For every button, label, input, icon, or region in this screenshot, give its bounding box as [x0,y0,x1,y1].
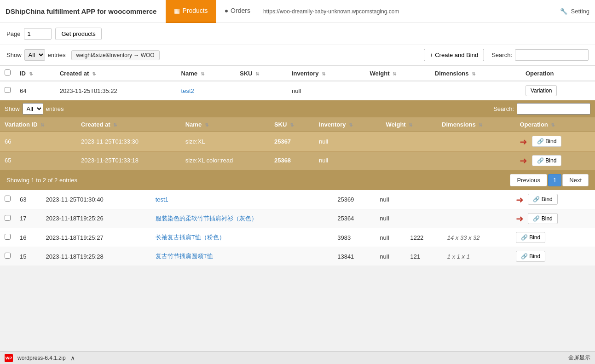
var-cell-operation: ➜ 🔗 Bind [515,151,595,170]
var-entries-label: entries [46,105,64,112]
row-checkbox[interactable] [5,234,11,240]
bind-button[interactable]: 🔗 Bind [516,251,545,262]
cell-inventory: null [375,228,405,247]
bind-button[interactable]: 🔗 Bind [516,232,545,243]
products-icon: ▦ [174,7,180,14]
cell-name: 长袖复古插肩T恤（粉色） [151,228,333,247]
get-products-button[interactable]: Get products [55,28,101,40]
product-link[interactable]: 复古竹节插肩圆领T恤 [156,253,213,260]
tab-orders[interactable]: ● Orders [216,0,259,23]
search-label: Search: [491,52,512,58]
cell-inventory: null [375,247,405,266]
var-cell-inventory: null [314,132,381,151]
bind-button[interactable]: 🔗 Bind [528,194,557,205]
var-col-inventory[interactable]: Inventory ⇅ [314,117,381,132]
var-cell-id: 66 [0,132,76,151]
col-operation: Operation [521,66,595,81]
search-input[interactable] [515,49,589,61]
sort-icon-created-at: ⇅ [92,71,96,76]
page-num-button[interactable]: 1 [548,174,561,186]
select-all-checkbox[interactable] [5,69,11,75]
row-checkbox-cell [0,209,15,228]
variation-table: Variation ID ⇅ Created at ⇅ Name ⇅ SKU ⇅… [0,117,595,170]
var-search-input[interactable] [517,103,590,115]
col-name[interactable]: Name ⇅ [177,66,235,81]
show-select[interactable]: All [24,49,45,61]
bind-button[interactable]: 🔗 Bind [532,155,561,166]
var-show-select[interactable]: All [23,103,43,115]
cell-operation: 🔗 Bind [511,247,595,266]
page-controls: Page Get products [0,23,595,45]
col-dimensions[interactable]: Dimensions ⇅ [430,66,521,81]
var-cell-name: size:XL color:read [181,151,270,170]
var-cell-dimensions [437,132,515,151]
sort-icon-name: ⇅ [201,71,204,76]
bind-button[interactable]: 🔗 Bind [532,136,561,147]
var-col-weight[interactable]: Weight ⇅ [381,117,437,132]
var-col-dimensions[interactable]: Dimensions ⇅ [437,117,515,132]
row-checkbox[interactable] [5,253,11,259]
cell-sku: 25364 [333,209,375,228]
var-col-created-at[interactable]: Created at ⇅ [76,117,181,132]
cell-name: test1 [151,190,333,209]
wrench-icon: 🔧 [560,8,567,15]
orders-icon: ● [225,7,228,14]
cell-sku: 13841 [333,247,375,266]
table-row: 17 2023-11-18T19:25:26 服装染色的柔软竹节插肩衬衫（灰色）… [0,209,595,228]
col-id[interactable]: ID ⇅ [15,66,55,81]
product-link[interactable]: 服装染色的柔软竹节插肩衬衫（灰色） [156,215,257,222]
var-cell-weight [381,132,437,151]
tab-products[interactable]: ▦ Products [166,0,216,23]
col-sku[interactable]: SKU ⇅ [235,66,287,81]
page-input[interactable] [24,28,52,40]
cell-operation: Variation [521,81,595,100]
product-link[interactable]: 长袖复古插肩T恤（粉色） [156,234,225,241]
main-table: ID ⇅ Created at ⇅ Name ⇅ SKU ⇅ Inventory… [0,65,595,100]
cell-id: 16 [15,228,41,247]
cell-id: 15 [15,247,41,266]
arrow-right-icon: ➜ [520,155,527,166]
create-and-bind-button[interactable]: Create and Bind [424,49,484,61]
sort-icon-var-inventory: ⇅ [349,122,352,127]
cell-dimensions [443,209,511,228]
sort-icon-weight: ⇅ [393,71,396,76]
row-checkbox[interactable] [5,87,11,93]
col-inventory[interactable]: Inventory ⇅ [287,66,365,81]
cell-name: 复古竹节插肩圆领T恤 [151,247,333,266]
setting-link[interactable]: 🔧 Setting [560,8,589,15]
var-col-id[interactable]: Variation ID ⇅ [0,117,76,132]
variation-table-header: Variation ID ⇅ Created at ⇅ Name ⇅ SKU ⇅… [0,117,595,132]
prev-button[interactable]: Previous [510,174,547,186]
cell-name: 服装染色的柔软竹节插肩衬衫（灰色） [151,209,333,228]
product-link[interactable]: test2 [181,87,194,94]
arrow-right-icon: ➜ [516,194,524,205]
variation-show-row: Show All entries Search: [0,100,595,117]
col-created-at[interactable]: Created at ⇅ [55,66,177,81]
app-title: DShipChina fulfillment APP for woocommer… [6,7,156,15]
var-col-sku[interactable]: SKU ⇅ [270,117,314,132]
variation-table-wrap: Variation ID ⇅ Created at ⇅ Name ⇅ SKU ⇅… [0,117,595,170]
col-weight[interactable]: Weight ⇅ [365,66,430,81]
var-cell-created-at: 2023-11-25T01:33:30 [76,132,181,151]
var-col-name[interactable]: Name ⇅ [181,117,270,132]
cell-dimensions: 14 x 33 x 32 [443,228,511,247]
entries-label: entries [48,52,66,58]
row-checkbox[interactable] [5,196,11,202]
arrow-right-icon: ➜ [520,136,527,147]
next-button[interactable]: Next [562,174,589,186]
main-table-header: ID ⇅ Created at ⇅ Name ⇅ SKU ⇅ Inventory… [0,66,595,81]
bind-button[interactable]: 🔗 Bind [528,213,557,224]
table-row: 15 2023-11-18T19:25:28 复古竹节插肩圆领T恤 13841 … [0,247,595,266]
var-cell-dimensions [437,151,515,170]
variation-footer: Showing 1 to 2 of 2 entries Previous 1 N… [0,170,595,190]
product-link[interactable]: test1 [156,196,168,203]
variation-showing-text: Showing 1 to 2 of 2 entries [6,177,77,184]
cell-sku: 3983 [333,228,375,247]
table-row: 64 2023-11-25T01:35:22 test2 null Variat… [0,81,595,100]
variation-button[interactable]: Variation [526,85,557,96]
cell-weight [405,190,442,209]
variation-row: 66 2023-11-25T01:33:30 size:XL 25367 nul… [0,132,595,151]
row-checkbox[interactable] [5,215,11,221]
cell-inventory: null [287,81,365,100]
var-cell-created-at: 2023-11-25T01:33:18 [76,151,181,170]
